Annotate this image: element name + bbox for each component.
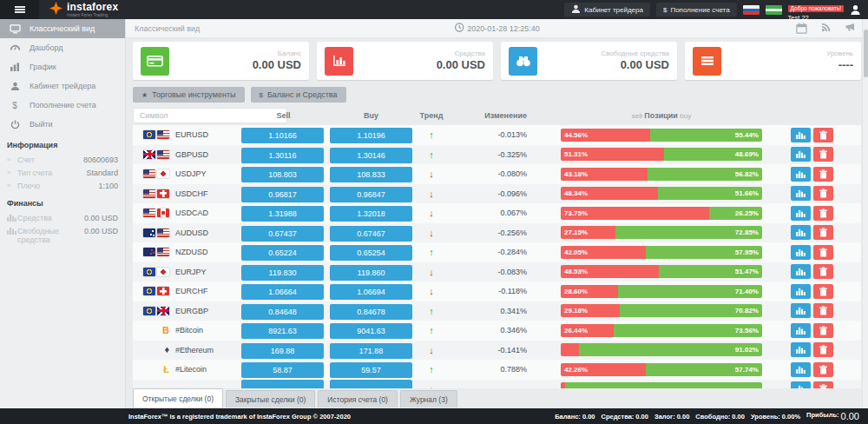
tab-closed-trades[interactable]: Закрытые сделки (0)	[226, 390, 315, 407]
sell-price-button[interactable]: 58.87	[241, 362, 324, 378]
buy-price-button[interactable]: 108.833	[330, 167, 412, 182]
remove-symbol-button[interactable]	[813, 284, 833, 299]
open-chart-button[interactable]	[791, 245, 811, 260]
language-flag-icon[interactable]	[766, 5, 782, 15]
sell-price-button[interactable]: 169.88	[241, 343, 324, 359]
tab-journal[interactable]: Журнал (3)	[400, 390, 457, 407]
sidebar-item-dashboard[interactable]: Дашборд	[0, 38, 125, 57]
open-chart-button[interactable]	[791, 128, 811, 142]
russian-flag-icon[interactable]	[743, 5, 760, 15]
sidebar-item-classic-view[interactable]: Классический вид	[0, 19, 125, 38]
sell-price-button[interactable]: 108.803	[241, 167, 324, 182]
sell-price-button[interactable]: 0.84648	[241, 304, 324, 320]
open-chart-button[interactable]	[791, 186, 811, 201]
open-chart-button[interactable]	[791, 284, 811, 299]
open-chart-button[interactable]	[791, 381, 811, 388]
deposit-button[interactable]: $ Пополнение счета	[656, 3, 737, 17]
buy-price-button[interactable]: 1.30146	[330, 148, 412, 163]
scrollbar-thumb[interactable]	[864, 30, 868, 77]
buy-price-button[interactable]: 1.10196	[330, 128, 412, 143]
remove-symbol-button[interactable]	[813, 381, 833, 388]
remove-symbol-button[interactable]	[813, 342, 833, 357]
sidebar-item-logout[interactable]: Выйти	[0, 115, 125, 134]
buy-price-button[interactable]: 1.32018	[330, 206, 412, 222]
sell-price-button[interactable]: 0.96817	[241, 187, 324, 202]
buy-price-button[interactable]	[330, 380, 412, 388]
menu-toggle-button[interactable]	[0, 0, 39, 19]
flag-eu-icon	[143, 268, 155, 276]
symbol-cell: ♦ #Ethereum	[133, 345, 241, 354]
remove-symbol-button[interactable]	[813, 323, 833, 338]
trader-cabinet-button[interactable]: Кабинет трейдера	[564, 3, 650, 17]
buy-price-button[interactable]: 1.06694	[330, 284, 412, 300]
remove-symbol-button[interactable]	[813, 147, 833, 162]
trend-arrow-icon: ↑	[412, 129, 450, 140]
buy-price-button[interactable]: 119.860	[330, 265, 412, 281]
sidebar-item-trader-cabinet[interactable]: Кабинет трейдера	[0, 76, 125, 96]
remove-symbol-button[interactable]	[813, 167, 833, 182]
sell-price-button[interactable]: 1.30116	[241, 148, 324, 163]
info-value: 80600693	[83, 156, 118, 164]
tool-button-label: Торговые инструменты	[152, 90, 235, 99]
open-chart-button[interactable]	[791, 264, 811, 279]
rss-icon[interactable]	[821, 23, 831, 34]
symbol-label: AUDUSD	[175, 229, 208, 237]
open-chart-button[interactable]	[791, 323, 811, 338]
sell-price-button[interactable]: 0.67437	[241, 226, 324, 242]
sell-price-button[interactable]	[241, 380, 324, 388]
sidebar-item-chart[interactable]: График	[0, 57, 125, 76]
remove-symbol-button[interactable]	[813, 264, 833, 279]
buy-price-button[interactable]: 171.88	[330, 343, 412, 359]
symbol-label: USDCHF	[175, 189, 208, 198]
sell-price-button[interactable]: 1.31988	[241, 206, 324, 222]
tab-account-history[interactable]: История счета (0)	[318, 390, 398, 407]
sidebar-item-label: Дашборд	[30, 43, 63, 52]
col-header-pos-label: Позиции	[644, 111, 677, 120]
remove-symbol-button[interactable]	[813, 206, 833, 221]
quotes-table: EURUSD 1.10166 1.10196 ↑ -0.013% 44.56% …	[133, 125, 861, 388]
calendar-icon[interactable]	[796, 23, 807, 34]
open-chart-button[interactable]	[791, 206, 811, 221]
buy-price-button[interactable]: 0.67467	[330, 226, 412, 242]
trading-instruments-button[interactable]: ★ Торговые инструменты	[133, 87, 245, 103]
buy-price-button[interactable]: 0.84678	[330, 304, 412, 320]
remove-symbol-button[interactable]	[813, 128, 833, 142]
sell-price-button[interactable]: 8921.63	[241, 323, 324, 339]
remove-symbol-button[interactable]	[813, 186, 833, 201]
open-chart-button[interactable]	[791, 225, 811, 240]
open-chart-button[interactable]	[791, 147, 811, 162]
buy-price-button[interactable]: 0.96847	[330, 187, 412, 202]
sidebar-item-deposit[interactable]: $ Пополнение счета	[0, 96, 125, 115]
sell-price-button[interactable]: 1.10166	[241, 128, 324, 143]
sell-price-button[interactable]: 0.65224	[241, 245, 324, 261]
buy-price-button[interactable]: 59.57	[330, 362, 412, 378]
sell-price-button[interactable]: 119.830	[241, 265, 324, 281]
megaphone-icon[interactable]	[845, 23, 856, 34]
table-row: GBPUSD 1.30116 1.30146 ↑ -0.325% 51.31% …	[133, 145, 861, 165]
symbol-icons	[133, 268, 169, 276]
buy-price-button[interactable]: 9041.63	[330, 323, 412, 339]
vertical-scrollbar[interactable]	[862, 19, 868, 408]
balance-funds-button[interactable]: $ Баланс и Средства	[251, 87, 346, 103]
open-chart-button[interactable]	[791, 167, 811, 182]
finance-value: 0.00 USD	[84, 214, 118, 222]
buy-price-button[interactable]: 0.65254	[330, 245, 412, 261]
tab-open-trades[interactable]: Открытые сделки (0)	[133, 388, 223, 407]
open-chart-button[interactable]	[791, 303, 811, 318]
sell-price-button[interactable]: 1.06664	[241, 284, 324, 300]
remove-symbol-button[interactable]	[813, 362, 833, 377]
list-icon	[693, 47, 721, 76]
crypto-icon: ♦	[164, 345, 169, 354]
open-chart-button[interactable]	[791, 362, 811, 377]
sidebar-finance-row: Свободные средства 0.00 USD	[0, 224, 125, 246]
remove-symbol-button[interactable]	[813, 303, 833, 318]
open-chart-button[interactable]	[791, 342, 811, 357]
positions-bar: 43.18% 56.82%	[561, 168, 762, 181]
remove-symbol-button[interactable]	[813, 245, 833, 260]
main-area: Классический вид 2020-01-28 12:25:40 Бал…	[126, 19, 868, 408]
sidebar: Классический вид Дашборд График Кабинет …	[0, 19, 126, 408]
remove-symbol-button[interactable]	[813, 225, 833, 240]
instaforex-logo[interactable]: instaforex Instant Forex Trading	[49, 2, 118, 18]
sell-positions-segment	[561, 343, 579, 356]
avatar-icon[interactable]	[850, 4, 861, 16]
